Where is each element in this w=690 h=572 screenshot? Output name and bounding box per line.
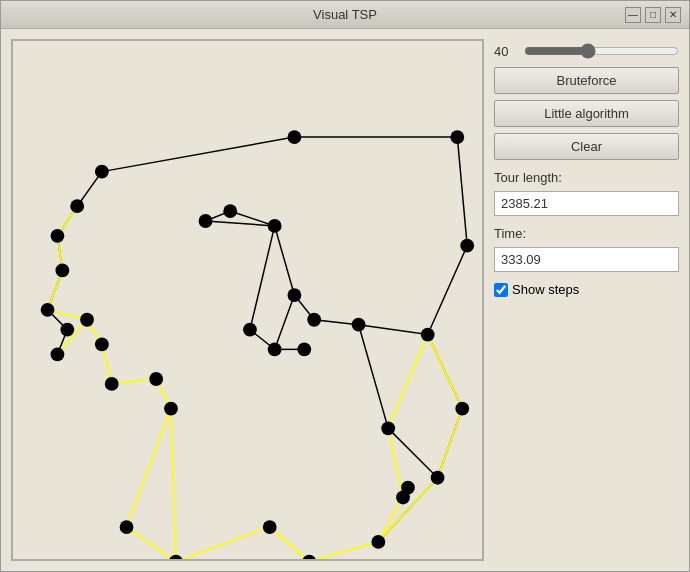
svg-point-16 [164,402,178,416]
svg-line-3 [359,325,389,429]
svg-point-32 [450,130,464,144]
svg-point-11 [51,347,65,361]
svg-point-29 [223,204,237,218]
svg-point-19 [263,520,277,534]
time-value[interactable] [494,247,679,272]
clear-button[interactable]: Clear [494,133,679,160]
svg-point-31 [287,130,301,144]
window-controls: — □ ✕ [625,7,681,23]
tsp-visualization [13,41,482,559]
sidebar: 40 Bruteforce Little algorithm Clear Tou… [494,39,679,561]
svg-point-17 [120,520,134,534]
tour-length-label: Tour length: [494,170,679,185]
svg-point-10 [60,323,74,337]
svg-point-28 [268,219,282,233]
svg-point-8 [55,263,69,277]
svg-point-5 [95,165,109,179]
slider-row: 40 [494,43,679,59]
svg-point-35 [455,402,469,416]
svg-point-15 [149,372,163,386]
little-algorithm-button[interactable]: Little algorithm [494,100,679,127]
show-steps-label: Show steps [512,282,579,297]
svg-point-23 [307,313,321,327]
show-steps-row: Show steps [494,282,679,297]
svg-point-33 [460,239,474,253]
svg-point-26 [268,342,282,356]
minimize-button[interactable]: — [625,7,641,23]
main-window: Visual TSP — □ ✕ [0,0,690,572]
svg-point-27 [243,323,257,337]
svg-point-21 [371,535,385,549]
maximize-button[interactable]: □ [645,7,661,23]
svg-point-24 [352,318,366,332]
node-count-slider[interactable] [524,43,679,59]
svg-point-13 [95,338,109,352]
svg-point-18 [169,555,183,559]
svg-line-4 [270,527,309,559]
tsp-canvas-area[interactable] [11,39,484,561]
bruteforce-button[interactable]: Bruteforce [494,67,679,94]
svg-point-7 [51,229,65,243]
svg-point-6 [70,199,84,213]
close-button[interactable]: ✕ [665,7,681,23]
svg-point-38 [396,491,410,505]
svg-point-39 [381,421,395,435]
svg-point-34 [421,328,435,342]
svg-point-14 [105,377,119,391]
content-area: 40 Bruteforce Little algorithm Clear Tou… [1,29,689,571]
svg-point-20 [302,555,316,559]
svg-point-12 [80,313,94,327]
svg-point-9 [41,303,55,317]
svg-point-36 [431,471,445,485]
show-steps-checkbox[interactable] [494,283,508,297]
window-title: Visual TSP [313,7,377,22]
time-label: Time: [494,226,679,241]
slider-value-label: 40 [494,44,518,59]
svg-point-22 [287,288,301,302]
svg-line-0 [275,226,295,295]
svg-point-30 [199,214,213,228]
title-bar: Visual TSP — □ ✕ [1,1,689,29]
tour-length-value[interactable] [494,191,679,216]
svg-point-25 [297,342,311,356]
